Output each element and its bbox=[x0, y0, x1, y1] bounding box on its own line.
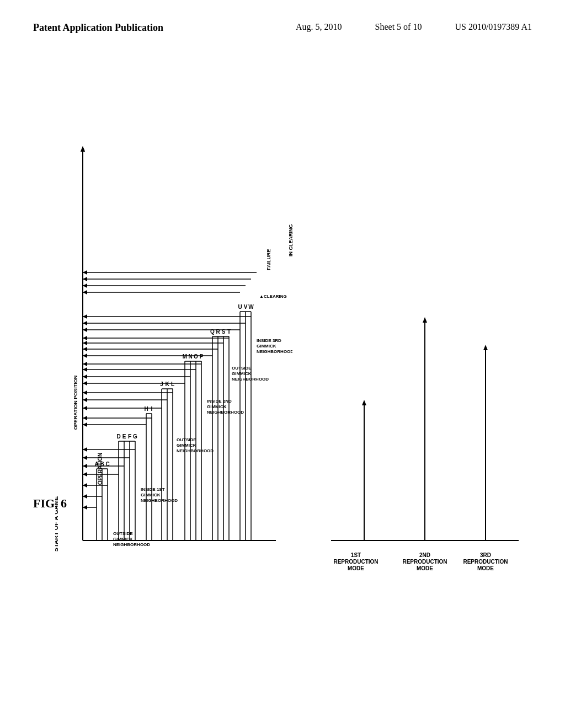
svg-text:MODE: MODE bbox=[477, 565, 494, 571]
svg-text:W: W bbox=[248, 304, 254, 310]
svg-text:INSIDE 1ST: INSIDE 1ST bbox=[141, 487, 165, 492]
svg-marker-148 bbox=[483, 345, 488, 350]
svg-text:NEIGHBORHOOD: NEIGHBORHOOD bbox=[113, 542, 150, 547]
svg-marker-99 bbox=[83, 347, 87, 351]
svg-text:GIMMICK: GIMMICK bbox=[257, 344, 276, 349]
svg-text:FAILURE: FAILURE bbox=[266, 249, 271, 270]
svg-text:REPRODUCTION: REPRODUCTION bbox=[333, 559, 378, 565]
svg-text:H: H bbox=[144, 406, 148, 412]
svg-marker-143 bbox=[423, 317, 427, 323]
sheet-info: Sheet 5 of 10 bbox=[375, 22, 422, 32]
svg-marker-34 bbox=[83, 464, 87, 468]
svg-marker-132 bbox=[83, 270, 87, 275]
svg-text:INSIDE 3RD: INSIDE 3RD bbox=[257, 338, 281, 343]
svg-text:OUTSIDE: OUTSIDE bbox=[232, 366, 252, 371]
svg-text:GIMMICK: GIMMICK bbox=[141, 493, 161, 497]
svg-marker-61 bbox=[83, 398, 87, 402]
svg-text:NEIGHBORHOOD: NEIGHBORHOOD bbox=[177, 448, 214, 453]
svg-marker-50 bbox=[83, 416, 87, 420]
page-header: Patent Application Publication Aug. 5, 2… bbox=[0, 0, 565, 45]
left-diagram-svg: START OF A GAME OPERATION OPERATION POSI… bbox=[55, 83, 292, 579]
svg-text:MODE: MODE bbox=[348, 565, 364, 571]
svg-text:3RD: 3RD bbox=[480, 552, 491, 558]
svg-text:GIMMICK: GIMMICK bbox=[177, 443, 196, 448]
svg-marker-77 bbox=[83, 381, 87, 386]
svg-text:OUTSIDE: OUTSIDE bbox=[177, 437, 196, 442]
header-info: Aug. 5, 2010 Sheet 5 of 10 US 2010/01973… bbox=[296, 22, 532, 32]
svg-text:K: K bbox=[165, 381, 169, 387]
svg-marker-32 bbox=[83, 472, 87, 477]
svg-marker-115 bbox=[83, 328, 87, 332]
svg-text:O: O bbox=[194, 354, 198, 360]
right-diagram: 1ST REPRODUCTION MODE 2ND REPRODUCTION M… bbox=[320, 83, 530, 579]
svg-text:I: I bbox=[151, 406, 153, 412]
svg-marker-63 bbox=[83, 390, 87, 395]
svg-marker-124 bbox=[81, 146, 85, 152]
left-diagram: START OF A GAME OPERATION OPERATION POSI… bbox=[55, 83, 292, 579]
svg-text:N: N bbox=[188, 354, 192, 360]
patent-number: US 2010/0197389 A1 bbox=[455, 22, 532, 32]
svg-text:MODE: MODE bbox=[417, 565, 433, 571]
svg-text:▲CLEARING: ▲CLEARING bbox=[259, 294, 287, 299]
svg-text:P: P bbox=[200, 354, 204, 360]
svg-text:F: F bbox=[128, 433, 131, 440]
svg-text:D: D bbox=[116, 433, 120, 440]
svg-text:NEIGHBORHOOD: NEIGHBORHOOD bbox=[257, 349, 292, 354]
svg-text:M: M bbox=[183, 354, 187, 360]
svg-text:START OF A GAME: START OF A GAME bbox=[55, 496, 59, 552]
svg-text:IN CLEARING: IN CLEARING bbox=[288, 224, 292, 257]
svg-text:L: L bbox=[171, 381, 174, 387]
svg-marker-119 bbox=[83, 314, 87, 319]
svg-marker-138 bbox=[362, 400, 366, 405]
svg-marker-14 bbox=[83, 505, 87, 510]
publication-date: Aug. 5, 2010 bbox=[296, 22, 342, 32]
svg-marker-117 bbox=[83, 321, 87, 325]
svg-text:NEIGHBORHOOD: NEIGHBORHOOD bbox=[232, 377, 269, 382]
svg-text:REPRODUCTION: REPRODUCTION bbox=[402, 559, 447, 565]
svg-marker-81 bbox=[83, 367, 87, 372]
svg-text:1ST: 1ST bbox=[351, 552, 361, 558]
svg-marker-79 bbox=[83, 374, 87, 379]
svg-text:REPRODUCTION: REPRODUCTION bbox=[463, 559, 508, 565]
svg-marker-101 bbox=[83, 341, 87, 345]
svg-marker-18 bbox=[83, 483, 87, 488]
svg-text:INSIDE 2ND: INSIDE 2ND bbox=[207, 399, 232, 404]
svg-marker-59 bbox=[83, 406, 87, 410]
svg-text:U: U bbox=[238, 304, 242, 310]
svg-marker-103 bbox=[83, 336, 87, 340]
svg-marker-97 bbox=[83, 354, 87, 358]
svg-marker-83 bbox=[83, 362, 87, 366]
svg-text:G: G bbox=[133, 433, 137, 440]
svg-marker-126 bbox=[83, 290, 87, 295]
svg-marker-38 bbox=[83, 447, 87, 452]
svg-text:OUTSIDE: OUTSIDE bbox=[113, 531, 133, 536]
svg-text:V: V bbox=[244, 304, 248, 310]
svg-text:GIMMICK: GIMMICK bbox=[232, 371, 252, 376]
svg-marker-128 bbox=[83, 283, 87, 288]
svg-marker-36 bbox=[83, 456, 87, 460]
right-diagram-svg: 1ST REPRODUCTION MODE 2ND REPRODUCTION M… bbox=[320, 83, 530, 579]
svg-text:J: J bbox=[160, 381, 163, 387]
svg-marker-48 bbox=[83, 422, 87, 427]
svg-text:2ND: 2ND bbox=[419, 552, 430, 558]
publication-title: Patent Application Publication bbox=[33, 22, 163, 34]
svg-text:OPERATION POSITION: OPERATION POSITION bbox=[73, 376, 78, 430]
svg-marker-16 bbox=[83, 494, 87, 499]
svg-text:E: E bbox=[122, 433, 126, 440]
svg-marker-130 bbox=[83, 277, 87, 281]
